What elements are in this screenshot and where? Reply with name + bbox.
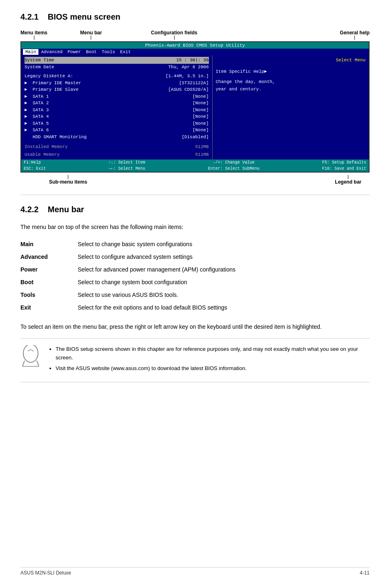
menu-item-name-boot: Boot xyxy=(20,276,78,289)
menu-item-desc-tools: Select to use various ASUS BIOS tools. xyxy=(78,289,370,301)
legend-select-menu: →←: Select Menu xyxy=(108,166,145,171)
label-legend-bar: Legend bar xyxy=(335,179,361,185)
bios-legend-bar-2: ESC: Exit →←: Select Menu Enter: Select … xyxy=(21,166,369,172)
label-config-fields: Configuration fields xyxy=(151,30,197,36)
nav-note: To select an item on the menu bar, press… xyxy=(20,322,370,331)
note-item-2: Visit the ASUS website (www.asus.com) to… xyxy=(56,364,370,373)
menu-item-main: Main Select to change basic system confi… xyxy=(20,238,370,251)
legend-esc: ESC: Exit xyxy=(24,166,46,171)
bios-menu-tools[interactable]: Tools xyxy=(99,49,118,55)
bios-body: System Time 15 : 30|: 36 System Date Thu… xyxy=(21,55,369,159)
section-422-intro: The menu bar on top of the screen has th… xyxy=(20,222,370,231)
legend-enter: Enter: Select SubMenu xyxy=(208,166,260,171)
bios-row-system-date: System Date Thu, Apr 6 2006 xyxy=(25,64,209,71)
menu-item-desc-boot: Select to change system boot configurati… xyxy=(78,276,370,289)
page-footer: ASUS M2N-SLI Deluxe 4-11 xyxy=(20,567,370,576)
bios-row-primary-slave: ► Primary IDE Slave [ASUS CDS520/A] xyxy=(25,86,209,93)
bios-menu-power[interactable]: Power xyxy=(65,49,83,55)
bios-title-bar: Phoenix-Award BIOS CMOS Setup Utility xyxy=(21,42,369,49)
menu-table: Main Select to change basic system confi… xyxy=(20,238,370,314)
section-422: 4.2.2 Menu bar The menu bar on top of th… xyxy=(20,205,370,382)
bios-row-usable-memory: Usable Memory 511MB xyxy=(25,151,209,158)
bios-menu-exit[interactable]: Exit xyxy=(118,49,133,55)
legend-f10: F10: Save and Exit xyxy=(322,166,366,171)
menu-item-desc-exit: Select for the exit options and to load … xyxy=(78,301,370,314)
note-content: The BIOS setup screens shown in this cha… xyxy=(47,345,370,375)
menu-item-name-exit: Exit xyxy=(20,301,78,314)
legend-change-value: -/+: Change Value xyxy=(213,160,255,165)
section-422-title: 4.2.2 Menu bar xyxy=(20,205,370,214)
note-box: The BIOS setup screens shown in this cha… xyxy=(20,338,370,382)
menu-item-exit: Exit Select for the exit options and to … xyxy=(20,301,370,314)
bios-menu-main[interactable]: Main xyxy=(23,49,38,55)
bios-menu-bar: Main Advanced Power Boot Tools Exit xyxy=(21,49,369,55)
bios-row-sata3: ► SATA 3 [None] xyxy=(25,107,209,114)
menu-item-name-main: Main xyxy=(20,238,78,251)
bios-row-hdd-smart: HDD SMART Monitoring [Disabled] xyxy=(25,134,209,141)
svg-line-2 xyxy=(37,361,39,366)
menu-item-boot: Boot Select to change system boot config… xyxy=(20,276,370,289)
menu-item-desc-advanced: Select to configure advanced system sett… xyxy=(78,251,370,263)
footer-right: 4-11 xyxy=(360,570,370,576)
pen-icon xyxy=(20,345,41,368)
menu-item-desc-main: Select to change basic system configurat… xyxy=(78,238,370,251)
label-general-help: General help xyxy=(340,30,370,36)
note-item-1: The BIOS setup screens shown in this cha… xyxy=(56,345,370,362)
bios-row-primary-master: ► Primary IDE Master [ST321122A] xyxy=(25,80,209,87)
bios-left-panel: System Time 15 : 30|: 36 System Date Thu… xyxy=(21,55,213,159)
bios-item-specific-help: Item Specific Help► xyxy=(216,68,366,76)
menu-item-power: Power Select for advanced power manageme… xyxy=(20,263,370,276)
menu-item-tools: Tools Select to use various ASUS BIOS to… xyxy=(20,289,370,301)
section-divider-1 xyxy=(20,195,370,195)
bios-row-sata6: ► SATA 6 [None] xyxy=(25,127,209,134)
legend-f5: F5: Setup Defaults xyxy=(322,160,366,165)
bios-row-system-time: System Time 15 : 30|: 36 xyxy=(25,57,209,64)
bios-help-description: Change the day, month,year and century. xyxy=(216,79,366,93)
legend-select-item: ↑↓: Select Item xyxy=(108,160,145,165)
bios-diagram: Menu items Menu bar Configuration fields… xyxy=(20,30,370,185)
bios-legend-bar: F1:Help ↑↓: Select Item -/+: Change Valu… xyxy=(21,159,369,166)
bios-menu-boot[interactable]: Boot xyxy=(83,49,99,55)
bios-menu-advanced[interactable]: Advanced xyxy=(38,49,65,55)
bios-row-installed-memory: Installed Memory 512MB xyxy=(25,144,209,150)
bios-select-menu: Select Menu xyxy=(216,57,366,64)
svg-line-1 xyxy=(22,361,25,366)
label-menu-bar: Menu bar xyxy=(80,30,102,36)
menu-item-desc-power: Select for advanced power management (AP… xyxy=(78,263,370,276)
menu-item-name-advanced: Advanced xyxy=(20,251,78,263)
legend-f1: F1:Help xyxy=(24,160,41,165)
label-menu-items: Menu items xyxy=(20,30,47,36)
bios-screen: Phoenix-Award BIOS CMOS Setup Utility Ma… xyxy=(20,41,370,173)
section-421-title: 4.2.1 BIOS menu screen xyxy=(20,12,370,22)
menu-item-name-tools: Tools xyxy=(20,289,78,301)
note-icon xyxy=(20,345,41,370)
section-421: 4.2.1 BIOS menu screen Menu items Menu b… xyxy=(20,12,370,185)
label-sub-menu-items: Sub-menu items xyxy=(49,179,87,185)
bios-row-sata2: ► SATA 2 [None] xyxy=(25,100,209,107)
menu-item-advanced: Advanced Select to configure advanced sy… xyxy=(20,251,370,263)
bios-row-sata1: ► SATA 1 [None] xyxy=(25,93,209,100)
footer-left: ASUS M2N-SLI Deluxe xyxy=(20,570,71,576)
bios-row-legacy-diskette: Legacy Diskette A: [1.44M, 3.5 in.] xyxy=(25,73,209,80)
svg-point-0 xyxy=(23,345,38,362)
bios-row-sata4: ► SATA 4 [None] xyxy=(25,113,209,120)
bios-right-panel: Select Menu Item Specific Help► Change t… xyxy=(213,55,369,159)
menu-item-name-power: Power xyxy=(20,263,78,276)
bios-row-sata5: ► SATA 5 [None] xyxy=(25,120,209,127)
